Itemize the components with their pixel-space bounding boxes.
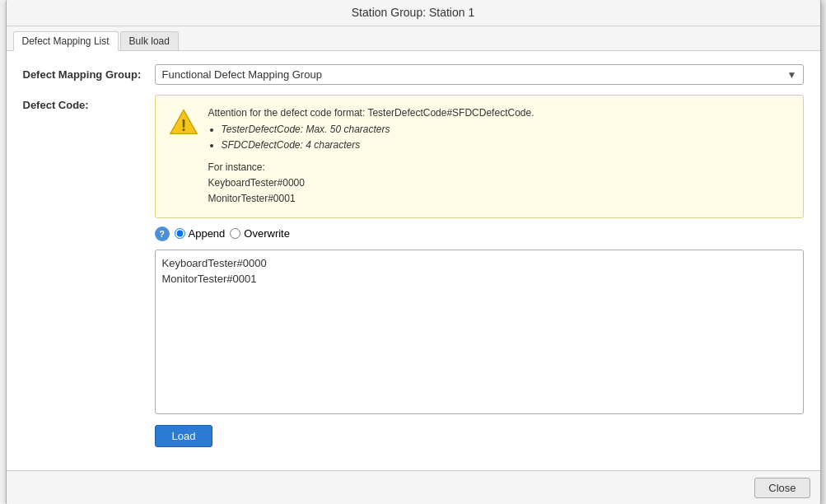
group-content: Functional Defect Mapping Group ▼ bbox=[155, 64, 804, 85]
station-group-dialog: Station Group: Station 1 Defect Mapping … bbox=[6, 0, 821, 504]
group-row: Defect Mapping Group: Functional Defect … bbox=[23, 64, 804, 85]
radio-append-label[interactable]: Append bbox=[175, 227, 226, 240]
info-title: Attention for the defect code format: Te… bbox=[208, 105, 534, 121]
radio-overwrite-label[interactable]: Overwrite bbox=[230, 227, 290, 240]
tab-bar: Defect Mapping List Bulk load bbox=[7, 26, 820, 51]
tab-defect-mapping-list[interactable]: Defect Mapping List bbox=[13, 31, 119, 51]
warning-icon: ! bbox=[169, 107, 198, 137]
dialog-footer: Close bbox=[7, 470, 820, 504]
info-bullet1: TesterDefectCode: Max. 50 characters bbox=[222, 124, 390, 135]
dialog-body: Defect Mapping Group: Functional Defect … bbox=[7, 51, 820, 469]
info-example1: KeyboardTester#0000 bbox=[208, 175, 534, 191]
load-button[interactable]: Load bbox=[155, 425, 213, 447]
info-example2: MonitorTester#0001 bbox=[208, 191, 534, 207]
code-content: ! Attention for the defect code format: … bbox=[155, 95, 804, 446]
info-bullet2: SFDCDefectCode: 4 characters bbox=[222, 139, 361, 151]
info-text: Attention for the defect code format: Te… bbox=[208, 105, 534, 207]
info-instance-label: For instance: bbox=[208, 160, 534, 175]
info-box: ! Attention for the defect code format: … bbox=[155, 95, 804, 217]
code-label: Defect Code: bbox=[23, 95, 155, 111]
group-label: Defect Mapping Group: bbox=[23, 64, 155, 81]
svg-text:!: ! bbox=[180, 116, 186, 134]
group-select[interactable]: Functional Defect Mapping Group bbox=[155, 64, 804, 85]
tab-bulk-load[interactable]: Bulk load bbox=[120, 31, 179, 50]
defect-code-textarea[interactable]: KeyboardTester#0000 MonitorTester#0001 bbox=[155, 250, 804, 414]
radio-append[interactable] bbox=[175, 228, 185, 239]
code-row: Defect Code: ! Attention for the defect … bbox=[23, 95, 804, 446]
close-button[interactable]: Close bbox=[754, 478, 810, 498]
radio-append-text: Append bbox=[189, 227, 226, 240]
radio-overwrite-text: Overwrite bbox=[244, 227, 290, 240]
radio-overwrite[interactable] bbox=[230, 228, 240, 239]
dialog-title: Station Group: Station 1 bbox=[7, 0, 820, 26]
group-select-wrapper: Functional Defect Mapping Group ▼ bbox=[155, 64, 804, 85]
help-icon[interactable]: ? bbox=[155, 226, 170, 241]
radio-row: ? Append Overwrite bbox=[155, 226, 804, 241]
